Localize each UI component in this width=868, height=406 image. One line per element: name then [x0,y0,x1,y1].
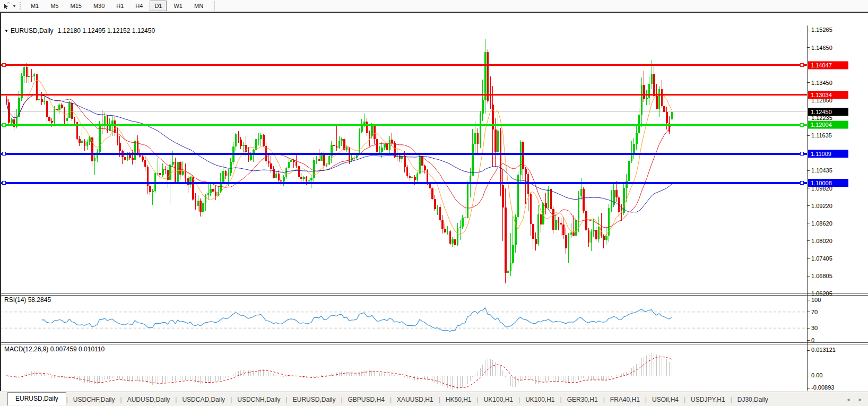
chart-tab-usdjpy-h1[interactable]: USDJPY,H1 [685,394,730,405]
svg-text:1.10008: 1.10008 [811,180,832,186]
cursor-tool-icon[interactable] [2,1,12,11]
price-badge-1.14047: 1.14047 [808,61,848,69]
macd-pane [6,353,672,390]
rsi-tick-label: 100 [811,297,821,303]
price-badge-1.12004: 1.12004 [808,121,848,129]
trading-terminal: ▼ M1M5M15M30H1H4D1W1MN ▼EURUSD,Daily1.12… [0,0,868,406]
macd-tick-label: 0.013121 [811,347,836,353]
price-badge-1.13034: 1.13034 [808,91,848,99]
svg-text:1.12450: 1.12450 [811,109,832,115]
ma-mid-line [6,94,672,228]
ma-fast-line [6,81,672,236]
macd-histogram [6,353,672,390]
window-left-border [0,12,1,391]
macd-indicator-title: MACD(12,26,9) 0.007459 0.010110 [4,345,105,353]
timeframe-button-w1[interactable]: W1 [169,1,187,11]
toolbar-separator [214,1,215,11]
hline-1.14047[interactable] [0,64,807,67]
price-badge-1.12450: 1.12450 [808,108,848,116]
price-tick-label: 1.15265 [811,27,832,33]
line-handle[interactable] [800,152,803,156]
line-handle[interactable] [2,152,5,156]
svg-text:1.13034: 1.13034 [811,92,832,98]
price-tick-label: 1.08020 [811,238,832,244]
price-tick-label: 1.14650 [811,45,832,51]
chart-tab-audusd-daily[interactable]: AUDUSD,Daily [122,394,176,405]
svg-text:1.14047: 1.14047 [811,62,832,68]
hline-1.12004[interactable] [0,123,807,126]
tab-scroll-arrows: ◄ ► [846,392,863,406]
chart-tab-ger30-h1[interactable]: GER30,H1 [562,394,603,405]
svg-text:1.12004: 1.12004 [811,122,832,128]
line-handle[interactable] [2,123,5,126]
line-handle[interactable] [2,64,5,67]
chart-tab-hk50-h1[interactable]: HK50,H1 [440,394,477,405]
chart-tab-uk100-h1[interactable]: UK100,H1 [479,394,518,405]
timeframe-button-h4[interactable]: H4 [131,1,147,11]
price-tick-label: 1.12235 [811,115,832,121]
rsi-pane [0,308,807,332]
rsi-tick-label: 70 [811,309,818,315]
price-tick-label: 1.07405 [811,255,832,262]
price-axis[interactable]: 1.152651.146501.134501.128501.122351.116… [807,25,848,391]
chart-tab-usdcnh-daily[interactable]: USDCNH,Daily [232,394,285,405]
price-tick-label: 1.06205 [811,290,832,297]
timeframe-button-m15[interactable]: M15 [65,1,86,11]
line-handle[interactable] [800,123,803,126]
price-badge-1.10008: 1.10008 [808,179,848,187]
toolbar-grip-handle[interactable] [20,2,21,10]
price-tick-label: 1.06805 [811,273,832,279]
cursor-icon [3,2,11,10]
hline-1.10008[interactable] [0,182,807,185]
timeframe-button-d1[interactable]: D1 [150,1,167,11]
chart-symbol-label: EURUSD,Daily [11,27,54,34]
timeframe-toolbar: ▼ M1M5M15M30H1H4D1W1MN [0,0,868,12]
line-handle[interactable] [800,64,803,67]
chart-ohlc-label: 1.12180 1.12495 1.12152 1.12450 [58,27,155,34]
macd-tick-label: 0.00 [811,372,822,378]
hline-1.11009[interactable] [0,152,807,156]
timeframe-buttons: M1M5M15M30H1H4D1W1MN [25,1,209,11]
chart-title: ▼EURUSD,Daily1.12180 1.12495 1.12152 1.1… [4,27,155,34]
price-tick-label: 1.13450 [811,80,832,86]
chart-tabs: EURUSD,Daily|USDCHF,Daily|AUDUSD,Daily|U… [7,392,774,406]
cursor-tool-dropdown-icon[interactable]: ▼ [12,4,16,8]
tabs-scroll-left-icon[interactable]: ◄ [846,397,850,402]
price-tick-label: 1.11635 [811,132,832,139]
timeframe-button-m1[interactable]: M1 [26,1,44,11]
chart-tab-usdchf-daily[interactable]: USDCHF,Daily [68,394,120,405]
chart-tab-bar: EURUSD,Daily|USDCHF,Daily|AUDUSD,Daily|U… [0,392,868,406]
candles-layer [6,39,673,289]
timeframe-button-m30[interactable]: M30 [89,1,109,11]
chart-tab-gbpusd-h4[interactable]: GBPUSD,H4 [343,394,390,405]
price-tick-label: 1.08620 [811,220,832,227]
timeframe-button-m5[interactable]: M5 [46,1,63,11]
line-handle[interactable] [2,182,5,185]
chart-canvas[interactable]: 1.152651.146501.134501.128501.122351.116… [0,24,868,392]
chart-tab-usdcad-daily[interactable]: USDCAD,Daily [177,394,230,405]
chart-tab-usoil-h4[interactable]: USOil,H4 [647,394,684,405]
chart-tab-uk100-h1[interactable]: UK100,H1 [520,394,560,405]
chart-tab-eurusd-daily[interactable]: EURUSD,Daily [288,394,341,405]
chart-tab-dj30-daily[interactable]: DJ30,Daily [732,394,774,405]
horizontal-lines [0,64,807,185]
symbol-dropdown-icon[interactable]: ▼ [4,29,8,33]
tabs-scroll-right-icon[interactable]: ► [858,397,863,402]
svg-text:1.11009: 1.11009 [811,151,831,157]
chart-tab-eurusd-daily[interactable]: EURUSD,Daily [7,392,66,405]
pane-separators[interactable] [0,294,868,344]
price-tick-label: 1.10435 [811,167,832,174]
chart-tab-fra40-h1[interactable]: FRA40,H1 [605,394,645,405]
price-tick-label: 1.09220 [811,203,832,209]
macd-tick-label: -0.00893 [811,384,834,391]
chart-window[interactable]: ▼EURUSD,Daily1.12180 1.12495 1.12152 1.1… [0,12,868,380]
timeframe-button-mn[interactable]: MN [189,1,208,11]
rsi-tick-label: 30 [811,325,818,331]
rsi-tick-label: 0 [811,337,814,343]
price-badge-1.11009: 1.11009 [808,150,848,158]
rsi-indicator-title: RSI(14) 58.2845 [4,296,51,304]
line-handle[interactable] [800,182,803,185]
chart-tab-xauusd-h1[interactable]: XAUUSD,H1 [392,394,439,405]
timeframe-button-h1[interactable]: H1 [111,1,128,11]
